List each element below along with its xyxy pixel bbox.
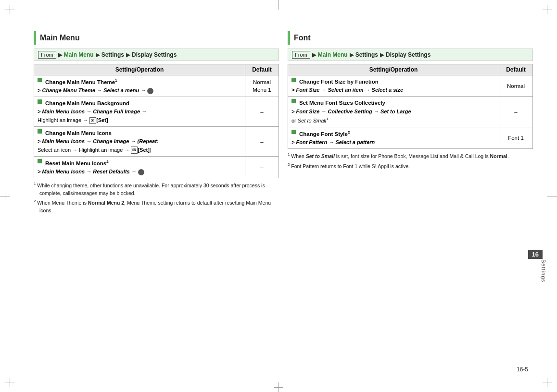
green-bullet — [38, 129, 42, 134]
left-breadcrumb-arrow2: ▶ — [96, 52, 100, 58]
content-area: Main Menu From ▶ Main Menu ▶ Settings ▶ … — [34, 31, 533, 216]
right-row3-sub: > Font Pattern → Select a pattern — [291, 139, 495, 146]
left-breadcrumb-item2: Settings — [101, 51, 124, 58]
corner-mark-bl — [5, 373, 19, 387]
right-breadcrumb-arrow1: ▶ — [312, 52, 316, 58]
left-row3-operation: Change Main Menu Icons > Main Menu Icons… — [34, 127, 245, 157]
left-row1-default: Normal Menu 1 — [245, 75, 279, 97]
left-row3-sub2: Select an icon → Highlight an image → ✉[… — [38, 147, 241, 154]
left-section-title: Main Menu — [40, 34, 80, 42]
table-row: Change Font Size by Function > Font Size… — [288, 75, 533, 97]
right-footnote-1: 1 When Set to Small is set, font size fo… — [288, 152, 533, 160]
green-bullet — [38, 99, 42, 104]
page-badge: 16 — [528, 250, 543, 259]
left-row3-default: – — [245, 127, 279, 157]
left-row3-title: Change Main Menu Icons — [45, 129, 112, 137]
corner-mark-br — [538, 373, 552, 387]
table-row: Change Main Menu Background > Main Menu … — [34, 97, 279, 127]
left-breadcrumb: From ▶ Main Menu ▶ Settings ▶ Display Se… — [34, 49, 279, 61]
right-row2-sub: > Font Size → Collective Setting → Set t… — [291, 108, 495, 115]
green-bullet — [291, 99, 296, 103]
right-row2-title: Set Menu Font Sizes Collectively — [299, 99, 385, 107]
left-row4-operation: Reset Main Menu Icons2 > Main Menu Icons… — [34, 157, 245, 178]
right-breadcrumb-item3: Display Settings — [386, 51, 430, 58]
left-footnote-1: 1 While changing theme, other functions … — [34, 181, 279, 197]
green-bullet — [291, 78, 296, 82]
right-footnote-2: 2 Font Pattern returns to Font 1 while S… — [288, 162, 533, 170]
left-section-header: Main Menu — [34, 31, 279, 45]
right-row1-operation: Change Font Size by Function > Font Size… — [288, 75, 499, 97]
right-row2-sub2: or Set to Small1 — [291, 116, 495, 124]
left-row4-sub: > Main Menu Icons → Reset Defaults → — [38, 168, 241, 175]
right-breadcrumb: From ▶ Main Menu ▶ Settings ▶ Display Se… — [288, 49, 533, 61]
left-row1-title: Change Main Menu Theme1 — [45, 78, 117, 86]
right-col1-header: Setting/Operation — [288, 64, 499, 75]
right-row1-title: Change Font Size by Function — [299, 78, 379, 86]
right-table: Setting/Operation Default Change Font Si… — [288, 64, 533, 149]
left-footnotes: 1 While changing theme, other functions … — [34, 181, 279, 214]
right-breadcrumb-arrow3: ▶ — [380, 52, 384, 58]
left-row1-operation: Change Main Menu Theme1 > Change Menu Th… — [34, 75, 245, 97]
left-panel: Main Menu From ▶ Main Menu ▶ Settings ▶ … — [34, 31, 279, 216]
right-section-header: Font — [288, 31, 533, 45]
right-row2-default: – — [499, 97, 533, 127]
left-breadcrumb-item3: Display Settings — [132, 51, 177, 58]
left-row2-sub2: Highlight an image → ✉[Set] — [38, 117, 241, 124]
right-breadcrumb-arrow2: ▶ — [350, 52, 354, 58]
left-section-bar — [34, 31, 36, 45]
left-row3-sub: > Main Menu Icons → Change Image → (Repe… — [38, 138, 241, 145]
crosshair-top — [274, 0, 283, 10]
left-row4-default: – — [245, 157, 279, 178]
left-row1-sub: > Change Menu Theme → Select a menu → — [38, 87, 241, 94]
left-breadcrumb-arrow1: ▶ — [58, 52, 62, 58]
right-row3-title: Change Font Style2 — [299, 130, 350, 138]
crosshair-right — [547, 191, 557, 201]
left-row4-title: Reset Main Menu Icons2 — [45, 159, 109, 167]
green-bullet — [38, 159, 42, 163]
left-footnote-2: 2 When Menu Theme is Normal Menu 2, Menu… — [34, 198, 279, 214]
corner-mark-tr — [538, 5, 552, 19]
green-bullet — [38, 78, 42, 82]
right-row2-operation: Set Menu Font Sizes Collectively > Font … — [288, 97, 499, 127]
right-breadcrumb-link1: Main Menu — [318, 51, 348, 58]
table-row: Reset Main Menu Icons2 > Main Menu Icons… — [34, 157, 279, 178]
right-panel: Font From ▶ Main Menu ▶ Settings ▶ Displ… — [288, 31, 533, 216]
left-col1-header: Setting/Operation — [34, 64, 245, 75]
right-row3-operation: Change Font Style2 > Font Pattern → Sele… — [288, 127, 499, 149]
right-breadcrumb-from: From — [292, 51, 310, 59]
left-row2-operation: Change Main Menu Background > Main Menu … — [34, 97, 245, 127]
page-footer: 16-5 — [517, 366, 528, 373]
right-section-bar — [288, 31, 290, 45]
left-row2-sub: > Main Menu Icons → Change Full Image → — [38, 108, 241, 115]
crosshair-left — [0, 191, 10, 201]
left-row2-title: Change Main Menu Background — [45, 99, 129, 107]
settings-label: Settings — [541, 259, 546, 282]
corner-mark-tl — [5, 5, 19, 19]
right-row1-default: Normal — [499, 75, 533, 97]
right-row3-default: Font 1 — [499, 127, 533, 149]
right-col2-header: Default — [499, 64, 533, 75]
table-row: Change Main Menu Icons > Main Menu Icons… — [34, 127, 279, 157]
right-footnotes: 1 When Set to Small is set, font size fo… — [288, 152, 533, 170]
right-row1-sub: > Font Size → Select an item → Select a … — [291, 86, 495, 94]
right-breadcrumb-item2: Settings — [355, 51, 378, 58]
crosshair-bottom — [274, 382, 283, 392]
left-row2-default: – — [245, 97, 279, 127]
left-col2-header: Default — [245, 64, 279, 75]
table-row: Set Menu Font Sizes Collectively > Font … — [288, 97, 533, 127]
left-breadcrumb-arrow3: ▶ — [126, 52, 130, 58]
table-row: Change Main Menu Theme1 > Change Menu Th… — [34, 75, 279, 97]
green-bullet — [291, 130, 296, 134]
left-breadcrumb-link1: Main Menu — [64, 51, 94, 58]
left-breadcrumb-from: From — [38, 51, 56, 59]
right-section-title: Font — [294, 34, 311, 42]
table-row: Change Font Style2 > Font Pattern → Sele… — [288, 127, 533, 149]
left-table: Setting/Operation Default Change Main Me… — [34, 64, 279, 178]
